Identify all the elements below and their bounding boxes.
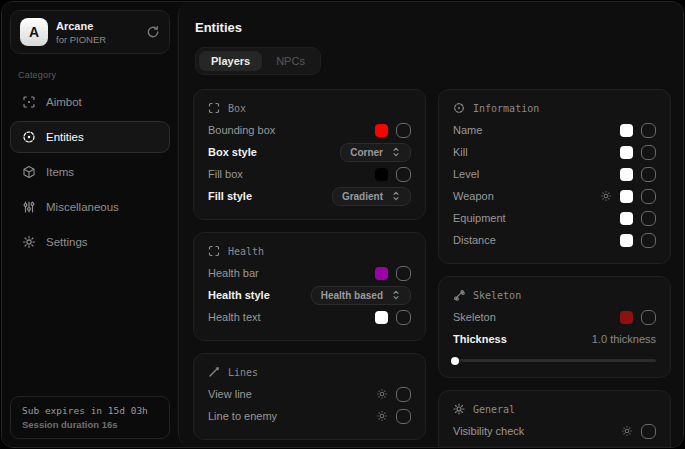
color-swatch[interactable] [620, 190, 633, 203]
box-panel-header: Box [208, 99, 411, 119]
setting-row-distance: Distance [453, 229, 656, 251]
health-style-dropdown[interactable]: Health based [311, 286, 411, 305]
checkbox[interactable] [641, 167, 656, 182]
setting-row-thickness: Thickness 1.0 thickness [453, 328, 656, 350]
tab-players[interactable]: Players [199, 51, 262, 71]
app-header-card: A Arcane for PIONER [10, 10, 170, 54]
color-swatch[interactable] [620, 146, 633, 159]
setting-row-name: Name [453, 119, 656, 141]
sub-expires-text: Sub expires in 15d 03h [22, 405, 158, 416]
sidebar-item-items[interactable]: Items [10, 156, 170, 188]
category-label: Category [18, 70, 162, 80]
setting-row-fill-box: Fill box [208, 163, 411, 185]
app-meta: Arcane for PIONER [56, 20, 138, 45]
subscription-info-card: Sub expires in 15d 03h Session duration … [10, 396, 170, 439]
app-subtitle: for PIONER [56, 34, 138, 45]
setting-row-line-to-enemy: Line to enemy [208, 405, 411, 427]
setting-row-view-line: View line [208, 383, 411, 405]
checkbox[interactable] [641, 145, 656, 160]
sidebar-item-miscellaneous[interactable]: Miscellaneous [10, 191, 170, 223]
checkbox[interactable] [396, 387, 411, 402]
skeleton-panel-header: Skeleton [453, 286, 656, 306]
sync-icon[interactable] [146, 25, 160, 39]
slider-thumb[interactable] [451, 357, 459, 365]
fill-style-dropdown[interactable]: Gradient [332, 187, 411, 206]
information-icon [453, 102, 465, 114]
gear-icon[interactable] [600, 190, 612, 202]
app-logo: A [20, 18, 48, 46]
app-window: A Arcane for PIONER Category [1, 1, 684, 448]
setting-row-weapon: Weapon [453, 185, 656, 207]
checkbox[interactable] [396, 310, 411, 325]
lines-panel-header: Lines [208, 363, 411, 383]
sidebar-item-label: Settings [46, 236, 88, 248]
information-panel-title: Information [473, 103, 539, 114]
checkbox[interactable] [641, 424, 656, 439]
color-swatch[interactable] [375, 168, 388, 181]
gear-icon[interactable] [621, 425, 633, 437]
gear-icon[interactable] [376, 388, 388, 400]
session-duration-text: Session duration 16s [22, 419, 158, 430]
sidebar: A Arcane for PIONER Category [2, 2, 178, 447]
sun-icon [453, 403, 465, 415]
general-panel-title: General [473, 404, 515, 415]
information-panel-header: Information [453, 99, 656, 119]
setting-row-max-distance: Max distance 500m [453, 442, 656, 447]
left-column: Box Bounding box Box style Corner [193, 89, 426, 440]
box-panel: Box Bounding box Box style Corner [193, 89, 426, 220]
lines-panel-title: Lines [228, 367, 258, 378]
setting-row-level: Level [453, 163, 656, 185]
color-swatch[interactable] [375, 267, 388, 280]
color-swatch[interactable] [620, 124, 633, 137]
sidebar-item-label: Entities [46, 131, 84, 143]
unfold-icon [391, 147, 401, 157]
color-swatch[interactable] [620, 168, 633, 181]
box-corners-icon [208, 102, 220, 114]
setting-row-skeleton: Skeleton [453, 306, 656, 328]
general-panel-header: General [453, 400, 656, 420]
checkbox[interactable] [641, 211, 656, 226]
checkbox[interactable] [641, 233, 656, 248]
line-icon [208, 366, 220, 378]
sidebar-item-label: Items [46, 166, 74, 178]
box-style-dropdown[interactable]: Corner [340, 143, 411, 162]
health-icon [208, 245, 220, 257]
checkbox[interactable] [396, 167, 411, 182]
tab-npcs[interactable]: NPCs [264, 51, 317, 71]
setting-row-equipment: Equipment [453, 207, 656, 229]
color-swatch[interactable] [620, 311, 633, 324]
color-swatch[interactable] [375, 124, 388, 137]
setting-row-visibility-check: Visibility check [453, 420, 656, 442]
general-panel: General Visibility check Max distance [438, 390, 671, 447]
sidebar-item-aimbot[interactable]: Aimbot [10, 86, 170, 118]
skeleton-panel-title: Skeleton [473, 290, 521, 301]
color-swatch[interactable] [375, 311, 388, 324]
health-panel-header: Health [208, 242, 411, 262]
bone-icon [453, 289, 465, 301]
gear-icon[interactable] [376, 410, 388, 422]
setting-row-health-bar: Health bar [208, 262, 411, 284]
entity-type-tabs: Players NPCs [195, 47, 321, 75]
setting-row-kill: Kill [453, 141, 656, 163]
skeleton-panel: Skeleton Skeleton Thickness 1.0 thicknes… [438, 276, 671, 378]
checkbox[interactable] [396, 409, 411, 424]
color-swatch[interactable] [620, 234, 633, 247]
sidebar-nav: Aimbot Entities Items [10, 86, 170, 258]
sidebar-item-entities[interactable]: Entities [10, 121, 170, 153]
health-panel: Health Health bar Health style Health ba… [193, 232, 426, 341]
sidebar-item-settings[interactable]: Settings [10, 226, 170, 258]
thickness-slider[interactable] [453, 359, 656, 362]
checkbox[interactable] [641, 123, 656, 138]
gear-icon [22, 235, 36, 249]
checkbox[interactable] [641, 189, 656, 204]
entities-icon [22, 130, 36, 144]
sliders-icon [22, 200, 36, 214]
color-swatch[interactable] [620, 212, 633, 225]
setting-row-health-text: Health text [208, 306, 411, 328]
checkbox[interactable] [641, 310, 656, 325]
checkbox[interactable] [396, 266, 411, 281]
lines-panel: Lines View line Line to enemy [193, 353, 426, 440]
unfold-icon [391, 191, 401, 201]
checkbox[interactable] [396, 123, 411, 138]
setting-row-health-style: Health style Health based [208, 284, 411, 306]
